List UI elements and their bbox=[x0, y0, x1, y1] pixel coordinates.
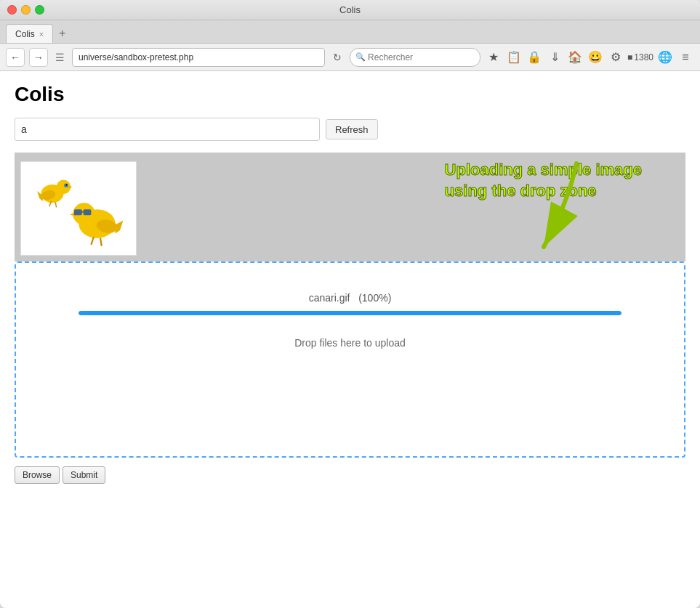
window-controls bbox=[7, 5, 44, 15]
annotation-text: Uploading a simple image using the drop … bbox=[445, 160, 642, 201]
image-thumbnail bbox=[20, 161, 137, 256]
star-icon[interactable]: ★ bbox=[485, 49, 502, 65]
title-bar: Colis bbox=[0, 0, 700, 20]
maximize-button[interactable] bbox=[35, 5, 44, 15]
file-action-buttons: Browse Submit bbox=[15, 466, 685, 484]
svg-rect-12 bbox=[74, 209, 82, 215]
progress-percent-text: 100% bbox=[362, 292, 388, 304]
svg-point-4 bbox=[66, 185, 68, 186]
text-field[interactable] bbox=[15, 118, 320, 141]
input-row: Refresh bbox=[15, 118, 685, 141]
active-tab[interactable]: Colis × bbox=[6, 24, 53, 43]
annotation-arrow-svg bbox=[511, 156, 627, 262]
new-tab-button[interactable]: + bbox=[53, 24, 71, 43]
bookmarks-icon[interactable]: ☰ bbox=[52, 50, 68, 65]
rss-icon: ■ bbox=[627, 52, 632, 62]
tab-label: Colis bbox=[15, 29, 35, 39]
page-content: Colis Refresh bbox=[0, 71, 700, 608]
filename-text: canari.gif bbox=[309, 292, 350, 304]
canary-birds-svg bbox=[24, 165, 133, 252]
annotation-line1: Uploading a simple image bbox=[445, 160, 642, 181]
svg-rect-13 bbox=[84, 209, 92, 215]
svg-line-18 bbox=[100, 238, 102, 246]
emoji-icon[interactable]: 😀 bbox=[587, 49, 604, 65]
drop-zone[interactable]: canari.gif (100%) Drop files here to upl… bbox=[15, 262, 685, 458]
rss-count: 1380 bbox=[634, 52, 653, 62]
search-container: 🔍 bbox=[350, 48, 480, 67]
submit-button[interactable]: Submit bbox=[63, 466, 105, 484]
svg-line-8 bbox=[55, 202, 56, 207]
svg-point-1 bbox=[57, 180, 71, 195]
svg-marker-2 bbox=[68, 186, 73, 188]
rss-badge[interactable]: ■ 1380 bbox=[627, 52, 653, 62]
page-title: Colis bbox=[15, 83, 685, 106]
reload-button[interactable]: ↻ bbox=[329, 49, 345, 65]
navigation-bar: ← → ☰ ↻ 🔍 ★ 📋 🔒 ⇓ 🏠 😀 ⚙ ■ 1380 🌐 ≡ bbox=[0, 44, 700, 71]
progress-bar-fill bbox=[79, 311, 621, 315]
forward-button[interactable]: → bbox=[29, 48, 48, 67]
browse-button[interactable]: Browse bbox=[15, 466, 60, 484]
close-button[interactable] bbox=[7, 5, 17, 15]
svg-line-17 bbox=[91, 237, 94, 245]
tab-bar: Colis × + bbox=[0, 20, 700, 44]
preview-area: Uploading a simple image using the drop … bbox=[15, 153, 685, 262]
back-button[interactable]: ← bbox=[6, 48, 25, 67]
window-title: Colis bbox=[339, 4, 361, 15]
upload-filename: canari.gif (100%) bbox=[309, 292, 392, 304]
home-icon[interactable]: 🏠 bbox=[566, 49, 584, 65]
globe-icon[interactable]: 🌐 bbox=[656, 49, 674, 65]
menu-icon[interactable]: ≡ bbox=[677, 49, 694, 65]
nav-icons-group: ★ 📋 🔒 ⇓ 🏠 😀 ⚙ ■ 1380 🌐 ≡ bbox=[485, 49, 694, 65]
refresh-button[interactable]: Refresh bbox=[326, 119, 378, 139]
address-bar[interactable] bbox=[72, 48, 325, 67]
drop-hint: Drop files here to upload bbox=[294, 337, 406, 349]
tab-close-icon[interactable]: × bbox=[39, 30, 44, 38]
minimize-button[interactable] bbox=[21, 5, 31, 15]
annotation-line2: using the drop zone bbox=[445, 181, 642, 202]
search-input[interactable] bbox=[350, 48, 480, 67]
clipboard-icon[interactable]: 📋 bbox=[505, 49, 523, 65]
progress-bar-container bbox=[79, 311, 621, 315]
extensions-icon[interactable]: ⚙ bbox=[607, 49, 624, 65]
browser-window: Colis Colis × + ← → ☰ ↻ 🔍 ★ 📋 🔒 ⇓ 🏠 😀 ⚙ … bbox=[0, 0, 700, 608]
shield-icon[interactable]: 🔒 bbox=[526, 49, 543, 65]
download-icon[interactable]: ⇓ bbox=[546, 49, 563, 65]
svg-marker-16 bbox=[115, 221, 124, 234]
